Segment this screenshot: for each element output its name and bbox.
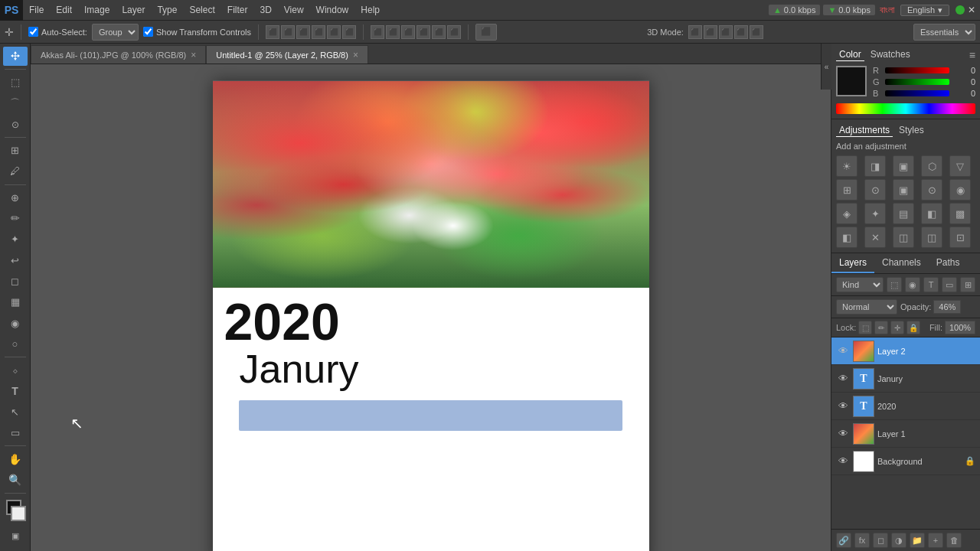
adj-colorlookup-icon[interactable]: ◈ <box>836 203 858 224</box>
lock-all-button[interactable]: 🔒 <box>906 321 920 334</box>
lock-pixels-button[interactable]: ⬚ <box>858 321 872 334</box>
panel-collapse-button[interactable]: « <box>821 44 831 90</box>
3d-pan-icon[interactable]: ⬛ <box>719 25 733 39</box>
dist-bottom-icon[interactable]: ⬛ <box>401 25 415 39</box>
tab-paths[interactable]: Paths <box>929 253 968 273</box>
delete-layer-button[interactable]: 🗑 <box>946 533 962 548</box>
menu-image[interactable]: Image <box>78 0 116 21</box>
type-tool[interactable]: T <box>3 381 28 400</box>
tab-color[interactable]: Color <box>836 48 864 61</box>
layer-row-2020[interactable]: 👁 T 2020 <box>831 393 980 420</box>
menu-window[interactable]: Window <box>310 0 355 21</box>
color-spectrum-bar[interactable] <box>836 103 975 114</box>
layers-filter-type-icon[interactable]: T <box>923 277 939 292</box>
2020-visibility-icon[interactable]: 👁 <box>836 399 850 413</box>
create-layer-button[interactable]: + <box>928 533 943 548</box>
dist-right-icon[interactable]: ⬛ <box>447 25 461 39</box>
adj-gradient-icon[interactable]: ▩ <box>949 203 971 224</box>
layers-filter-adj-icon[interactable]: ◉ <box>905 277 920 292</box>
menu-3d[interactable]: 3D <box>253 0 277 21</box>
eraser-tool[interactable]: ◻ <box>3 272 28 291</box>
add-style-button[interactable]: fx <box>854 533 870 548</box>
adj-posterize-icon[interactable]: ▤ <box>893 203 914 224</box>
blend-mode-select[interactable]: Normal <box>836 299 897 315</box>
dist-left-icon[interactable]: ⬛ <box>416 25 430 39</box>
r-slider[interactable] <box>885 67 949 73</box>
show-transform-checkbox[interactable] <box>143 27 153 37</box>
layer-row-layer2[interactable]: 👁 Layer 2 <box>831 337 980 365</box>
arrange-button[interactable]: ⬛ <box>475 24 497 41</box>
tab-akkas[interactable]: Akkas Ali- (101).JPG @ 100% (RGB/8) × <box>31 45 206 64</box>
canvas-scroll[interactable]: 2020 Janury ↖ <box>31 64 831 551</box>
healing-tool[interactable]: ⊕ <box>3 187 28 207</box>
g-slider[interactable] <box>885 79 949 85</box>
align-right-icon[interactable]: ⬛ <box>342 25 356 39</box>
gradient-tool[interactable]: ▦ <box>3 292 28 311</box>
language-selector[interactable]: English ▾ <box>900 5 949 16</box>
dodge-tool[interactable]: ○ <box>3 334 28 354</box>
janury-visibility-icon[interactable]: 👁 <box>836 372 850 386</box>
3d-slide-icon[interactable]: ⬛ <box>734 25 748 39</box>
auto-select-checkbox[interactable] <box>28 27 38 37</box>
add-mask-button[interactable]: ◻ <box>873 533 888 548</box>
layer-row-janury[interactable]: 👁 T Janury <box>831 365 980 393</box>
tab-styles[interactable]: Styles <box>896 124 927 137</box>
align-left-icon[interactable]: ⬛ <box>312 25 325 39</box>
adj-exposure-icon[interactable]: ⬡ <box>921 155 942 177</box>
create-group-button[interactable]: 📁 <box>910 533 925 548</box>
adj-selectivecolor-icon[interactable]: ◧ <box>836 227 858 248</box>
adj-brightness-icon[interactable]: ☀ <box>836 155 858 177</box>
brush-tool[interactable]: ✏ <box>3 209 28 228</box>
tab-untitled[interactable]: Untitled-1 @ 25% (Layer 2, RGB/8) × <box>206 45 368 64</box>
adj-gradientfill-icon[interactable]: ◫ <box>893 227 914 248</box>
adj-bw-icon[interactable]: ▣ <box>893 179 914 201</box>
adj-hue-icon[interactable]: ⊞ <box>836 179 858 201</box>
3d-scale-icon[interactable]: ⬛ <box>750 25 763 39</box>
tab-untitled-close[interactable]: × <box>353 50 358 60</box>
layers-filter-smart-icon[interactable]: ⊞ <box>960 277 975 292</box>
dist-hcenter-icon[interactable]: ⬛ <box>432 25 446 39</box>
adj-levels-icon[interactable]: ◨ <box>864 155 886 177</box>
blur-tool[interactable]: ◉ <box>3 314 28 333</box>
align-bottom-icon[interactable]: ⬛ <box>296 25 310 39</box>
adj-colorbalance-icon[interactable]: ⊙ <box>864 179 886 201</box>
color-swatch-area[interactable] <box>3 500 28 519</box>
fill-input[interactable] <box>945 321 975 334</box>
settings-icon[interactable]: ✕ <box>968 5 975 15</box>
adj-invert-icon[interactable]: ✦ <box>864 203 886 224</box>
layers-filter-shape-icon[interactable]: ▭ <box>942 277 957 292</box>
shape-tool[interactable]: ▭ <box>3 423 28 442</box>
layer-row-background[interactable]: 👁 Background 🔒 <box>831 448 980 475</box>
adj-photofilter-icon[interactable]: ⊙ <box>921 179 942 201</box>
opacity-input[interactable] <box>933 300 961 314</box>
menu-layer[interactable]: Layer <box>116 0 151 21</box>
hand-tool[interactable]: ✋ <box>3 449 28 468</box>
menu-file[interactable]: File <box>23 0 50 21</box>
layers-filter-pixel-icon[interactable]: ⬚ <box>887 277 902 292</box>
menu-select[interactable]: Select <box>183 0 220 21</box>
stamp-tool[interactable]: ✦ <box>3 230 28 249</box>
quick-select-tool[interactable]: ⊙ <box>3 115 28 134</box>
tab-akkas-close[interactable]: × <box>191 50 196 60</box>
menu-filter[interactable]: Filter <box>221 0 254 21</box>
tab-swatches[interactable]: Swatches <box>867 48 913 61</box>
link-layers-button[interactable]: 🔗 <box>836 533 851 548</box>
marquee-tool[interactable]: ⬚ <box>3 73 28 92</box>
background-visibility-icon[interactable]: 👁 <box>836 455 850 468</box>
adj-vibrance-icon[interactable]: ▽ <box>949 155 971 177</box>
adj-curves-icon[interactable]: ▣ <box>893 155 914 177</box>
tab-adjustments[interactable]: Adjustments <box>836 124 893 137</box>
standard-screen-mode[interactable]: ▣ <box>8 523 23 548</box>
menu-help[interactable]: Help <box>354 0 386 21</box>
create-fill-button[interactable]: ◑ <box>891 533 906 548</box>
history-brush-tool[interactable]: ↩ <box>3 250 28 269</box>
layer2-visibility-icon[interactable]: 👁 <box>836 344 850 358</box>
lock-move-button[interactable]: ✛ <box>890 321 904 334</box>
adj-grid-icon[interactable]: ⊡ <box>949 227 971 248</box>
color-preview-box[interactable] <box>836 66 867 96</box>
move-tool[interactable] <box>3 47 28 66</box>
adj-channelmixer-icon[interactable]: ◉ <box>949 179 971 201</box>
3d-roll-icon[interactable]: ⬛ <box>704 25 717 39</box>
tab-layers[interactable]: Layers <box>831 253 874 273</box>
lock-brush-button[interactable]: ✏ <box>874 321 888 334</box>
